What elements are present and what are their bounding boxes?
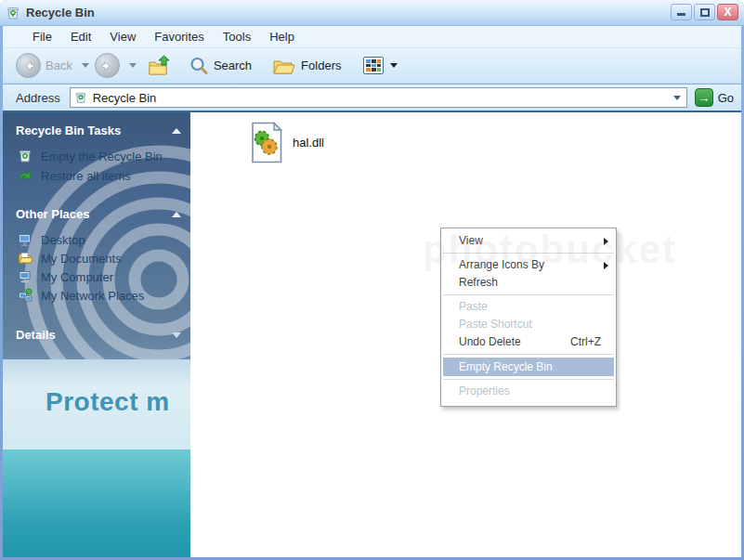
other-places-title: Other Places — [16, 207, 90, 221]
sidebar-item-desktop[interactable]: Desktop — [18, 232, 85, 247]
context-menu-refresh[interactable]: Refresh — [441, 274, 616, 292]
arrange-icons-by-label: Arrange Icons By — [459, 258, 544, 271]
back-label: Back — [46, 59, 72, 72]
close-icon: X — [724, 6, 731, 19]
my-network-places-label: My Network Places — [41, 289, 144, 303]
menu-tools[interactable]: Tools — [214, 28, 260, 46]
restore-arrow-icon — [18, 168, 33, 183]
go-button[interactable]: → — [695, 88, 713, 107]
collapse-chevron-icon[interactable] — [172, 212, 181, 217]
minimize-icon — [677, 13, 685, 16]
menu-favorites[interactable]: Favorites — [145, 28, 213, 46]
file-list-area[interactable]: hal.dll View Arrange Icons By Refresh — [190, 112, 741, 557]
recycle-bin-tasks-header[interactable]: Recycle Bin Tasks — [16, 124, 181, 137]
context-menu-undo-delete[interactable]: Undo Delete Ctrl+Z — [441, 333, 616, 351]
context-menu-empty-recycle-bin[interactable]: Empty Recycle Bin — [443, 358, 614, 376]
recycle-bin-tasks-title: Recycle Bin Tasks — [16, 124, 121, 137]
menu-edit[interactable]: Edit — [61, 28, 100, 46]
documents-folder-icon — [18, 251, 33, 266]
banner-text: Protect m — [46, 387, 170, 417]
title-bar: Recycle Bin X — [0, 0, 744, 26]
maximize-button[interactable] — [694, 4, 715, 20]
search-button[interactable]: Search — [189, 56, 252, 76]
content-area: Recycle Bin Tasks Empty the Recycle Bin … — [3, 112, 741, 557]
recycle-bin-window: Recycle Bin X File Edit View Favorites T… — [0, 0, 744, 560]
menu-separator — [443, 294, 614, 295]
up-folder-icon — [148, 55, 172, 77]
collapse-chevron-icon[interactable] — [172, 128, 181, 134]
folders-button[interactable]: Folders — [272, 56, 341, 76]
details-header[interactable]: Details — [16, 328, 181, 342]
submenu-arrow-icon — [604, 262, 608, 269]
restore-all-items-label: Restore all items — [41, 169, 131, 183]
folders-label: Folders — [301, 59, 341, 72]
computer-icon — [18, 269, 33, 284]
context-menu-properties: Properties — [441, 383, 616, 400]
context-menu: View Arrange Icons By Refresh Paste Past… — [440, 228, 617, 407]
close-button[interactable]: X — [717, 4, 738, 20]
folders-icon — [272, 56, 296, 76]
submenu-arrow-icon — [604, 238, 608, 245]
chevron-down-icon — [673, 96, 681, 100]
restore-all-items-task[interactable]: Restore all items — [18, 168, 131, 183]
search-label: Search — [214, 59, 252, 72]
context-menu-paste-shortcut: Paste Shortcut — [441, 316, 616, 333]
sidebar-item-my-network-places[interactable]: My Network Places — [18, 288, 144, 303]
menu-file[interactable]: File — [23, 28, 61, 46]
menu-bar: File Edit View Favorites Tools Help — [3, 26, 741, 48]
context-menu-paste: Paste — [441, 298, 616, 316]
empty-recycle-bin-task[interactable]: Empty the Recycle Bin — [18, 149, 163, 163]
paste-label: Paste — [459, 300, 488, 313]
maximize-icon — [700, 8, 710, 17]
menu-separator — [443, 253, 614, 254]
details-title: Details — [16, 328, 56, 342]
address-input[interactable]: Recycle Bin — [70, 87, 687, 108]
address-value: Recycle Bin — [93, 91, 157, 105]
expand-chevron-icon[interactable] — [172, 332, 181, 338]
context-menu-arrange-icons-by[interactable]: Arrange Icons By — [441, 256, 616, 274]
up-button[interactable] — [148, 55, 172, 77]
sidebar-item-my-documents[interactable]: My Documents — [18, 251, 122, 266]
context-menu-view[interactable]: View — [441, 232, 616, 250]
empty-recycle-bin-label: Empty the Recycle Bin — [41, 150, 163, 163]
menu-view[interactable]: View — [100, 28, 145, 46]
go-arrow-icon: → — [698, 91, 710, 105]
views-button[interactable] — [363, 57, 403, 74]
forward-dropdown-icon[interactable] — [129, 63, 137, 68]
recycle-bin-icon — [6, 6, 20, 20]
recycle-bin-icon — [18, 149, 33, 163]
window-title: Recycle Bin — [26, 6, 95, 20]
undo-delete-shortcut: Ctrl+Z — [570, 333, 601, 351]
search-icon — [189, 56, 209, 76]
back-dropdown-icon[interactable] — [82, 63, 89, 68]
forward-icon — [95, 53, 120, 78]
network-icon — [18, 288, 33, 303]
view-label: View — [459, 234, 483, 247]
sidebar-item-my-computer[interactable]: My Computer — [18, 269, 113, 284]
my-documents-label: My Documents — [41, 252, 122, 266]
desktop-label: Desktop — [41, 233, 85, 247]
views-icon — [363, 57, 384, 74]
sidebar-task-pane: Recycle Bin Tasks Empty the Recycle Bin … — [3, 112, 190, 557]
properties-label: Properties — [459, 384, 510, 397]
forward-button[interactable] — [95, 53, 120, 78]
dll-gears-document-icon — [250, 122, 283, 163]
go-label: Go — [718, 91, 734, 105]
toolbar: Back Search — [3, 48, 741, 84]
recycle-bin-icon — [74, 91, 87, 104]
menu-help[interactable]: Help — [260, 28, 304, 46]
file-hal-dll[interactable]: hal.dll — [250, 122, 324, 163]
address-label: Address — [16, 91, 60, 105]
refresh-label: Refresh — [459, 276, 498, 289]
undo-delete-label: Undo Delete — [459, 335, 521, 348]
back-button[interactable]: Back — [16, 53, 72, 78]
address-dropdown-button[interactable] — [670, 89, 685, 106]
back-icon — [16, 53, 41, 78]
views-dropdown-icon — [390, 63, 398, 68]
minimize-button[interactable] — [671, 4, 692, 20]
promo-banner: Protect m — [3, 359, 190, 449]
file-name-label: hal.dll — [293, 136, 324, 150]
other-places-header[interactable]: Other Places — [16, 207, 181, 221]
empty-recycle-bin-menu-label: Empty Recycle Bin — [459, 360, 553, 373]
menu-separator — [443, 354, 614, 355]
